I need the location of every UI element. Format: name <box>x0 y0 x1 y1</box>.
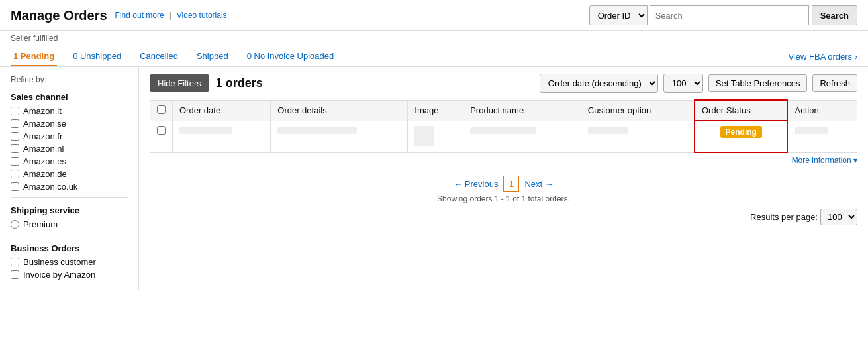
row-order-status-cell: Pending <box>695 121 788 152</box>
business-orders-title: Business Orders <box>11 243 128 253</box>
sidebar-item-amazon-co-uk[interactable]: Amazon.co.uk <box>11 182 128 192</box>
header-links: Find out more | Video tutorials <box>115 11 227 20</box>
amazon-es-checkbox[interactable] <box>11 157 19 166</box>
amazon-nl-checkbox[interactable] <box>11 144 19 153</box>
current-page-number[interactable]: 1 <box>503 176 519 192</box>
order-date-placeholder <box>179 127 232 134</box>
table-header-row: Order date Order details Image Product n… <box>150 100 857 121</box>
sidebar-item-amazon-it[interactable]: Amazon.it <box>11 106 128 116</box>
row-order-details-cell <box>271 121 408 152</box>
premium-label: Premium <box>23 219 58 229</box>
page-size-select[interactable]: 100 <box>663 74 703 93</box>
sidebar-divider-1 <box>11 197 128 198</box>
table-row: Pending <box>150 121 857 152</box>
col-header-order-status: Order Status <box>695 100 788 121</box>
row-checkbox[interactable] <box>157 126 166 135</box>
action-placeholder <box>795 127 828 134</box>
view-fba-orders-link[interactable]: View FBA orders › <box>788 52 857 62</box>
find-out-more-link[interactable]: Find out more <box>115 11 164 20</box>
tab-shipped[interactable]: Shipped <box>194 47 231 66</box>
shipping-service-title: Shipping service <box>11 205 128 215</box>
search-type-select[interactable]: Order ID <box>589 5 648 25</box>
product-name-placeholder <box>470 127 536 134</box>
video-tutorials-link[interactable]: Video tutorials <box>177 11 227 20</box>
sidebar-item-amazon-se[interactable]: Amazon.se <box>11 119 128 129</box>
tab-unshipped[interactable]: 0 Unshipped <box>70 47 124 66</box>
order-details-placeholder <box>277 127 357 134</box>
page-title: Manage Orders <box>11 8 107 23</box>
more-information-link[interactable]: More information ▾ <box>792 156 857 165</box>
pagination: ← Previous 1 Next → Showing orders 1 - 1… <box>150 176 857 203</box>
tab-pending[interactable]: 1 Pending <box>11 47 57 66</box>
sidebar-item-amazon-es[interactable]: Amazon.es <box>11 156 128 166</box>
row-order-date-cell <box>173 121 271 152</box>
amazon-de-label: Amazon.de <box>23 169 67 179</box>
col-header-action: Action <box>787 100 857 121</box>
results-per-page-label: Results per page: <box>750 212 818 222</box>
hide-filters-button[interactable]: Hide Filters <box>150 74 209 92</box>
row-action-cell <box>787 121 857 152</box>
amazon-fr-label: Amazon.fr <box>23 131 62 141</box>
more-info-container: More information ▾ <box>150 156 857 165</box>
seller-fulfilled-label: Seller fulfilled <box>11 34 58 43</box>
sales-channel-title: Sales channel <box>11 92 128 102</box>
col-header-order-date: Order date <box>173 100 271 121</box>
search-button[interactable]: Search <box>812 5 857 25</box>
pagination-info: Showing orders 1 - 1 of 1 total orders. <box>437 194 570 203</box>
sidebar-divider-2 <box>11 235 128 235</box>
sort-select[interactable]: Order date (descending) <box>540 74 658 93</box>
tab-cancelled[interactable]: Cancelled <box>137 47 181 66</box>
row-product-name-cell <box>463 121 581 152</box>
sidebar-item-amazon-nl[interactable]: Amazon.nl <box>11 144 128 154</box>
results-per-page: Results per page: 100 <box>150 209 857 225</box>
orders-table: Order date Order details Image Product n… <box>150 99 857 153</box>
sidebar-item-business-customer[interactable]: Business customer <box>11 257 128 267</box>
top-bar: Manage Orders Find out more | Video tuto… <box>0 0 868 31</box>
amazon-se-checkbox[interactable] <box>11 119 19 128</box>
amazon-fr-checkbox[interactable] <box>11 132 19 141</box>
amazon-se-label: Amazon.se <box>23 119 66 129</box>
customer-option-placeholder <box>588 127 628 134</box>
toolbar: Hide Filters 1 orders Order date (descen… <box>150 74 857 93</box>
sidebar-item-premium[interactable]: Premium <box>11 219 128 229</box>
search-area: Order ID Search <box>589 5 857 25</box>
col-header-customer-option: Customer option <box>581 100 695 121</box>
invoice-by-amazon-checkbox[interactable] <box>11 270 19 279</box>
tab-no-invoice[interactable]: 0 No Invoice Uploaded <box>244 47 337 66</box>
image-placeholder <box>414 126 434 146</box>
amazon-de-checkbox[interactable] <box>11 170 19 178</box>
search-input[interactable] <box>650 5 809 25</box>
sub-header: Seller fulfilled <box>0 31 868 43</box>
row-image-cell <box>408 121 463 152</box>
pagination-controls: ← Previous 1 Next → <box>454 176 554 192</box>
main-container: Refine by: Sales channel Amazon.it Amazo… <box>0 67 868 290</box>
col-header-checkbox[interactable] <box>150 100 173 121</box>
amazon-co-uk-label: Amazon.co.uk <box>23 182 77 192</box>
premium-radio[interactable] <box>11 220 19 229</box>
amazon-co-uk-checkbox[interactable] <box>11 182 19 191</box>
toolbar-right: Order date (descending) 100 Set Table Pr… <box>540 74 857 93</box>
row-checkbox-cell[interactable] <box>150 121 173 152</box>
next-page-button[interactable]: Next → <box>524 179 553 189</box>
sidebar-item-invoice-by-amazon[interactable]: Invoice by Amazon <box>11 270 128 280</box>
row-customer-option-cell <box>581 121 695 152</box>
sidebar-item-amazon-de[interactable]: Amazon.de <box>11 169 128 179</box>
results-per-page-select[interactable]: 100 <box>820 209 857 225</box>
pending-badge: Pending <box>720 126 762 138</box>
set-table-preferences-button[interactable]: Set Table Preferences <box>708 74 808 92</box>
business-customer-checkbox[interactable] <box>11 258 19 266</box>
col-header-product-name: Product name <box>463 100 581 121</box>
content-area: Hide Filters 1 orders Order date (descen… <box>139 67 868 290</box>
tabs-bar: 1 Pending 0 Unshipped Cancelled Shipped … <box>0 43 868 67</box>
refresh-button[interactable]: Refresh <box>812 74 857 92</box>
amazon-it-checkbox[interactable] <box>11 107 19 115</box>
col-header-order-details: Order details <box>271 100 408 121</box>
sidebar: Refine by: Sales channel Amazon.it Amazo… <box>0 67 139 290</box>
amazon-it-label: Amazon.it <box>23 106 62 116</box>
select-all-checkbox[interactable] <box>157 105 166 114</box>
prev-page-button[interactable]: ← Previous <box>454 179 498 189</box>
invoice-by-amazon-label: Invoice by Amazon <box>23 270 95 280</box>
business-customer-label: Business customer <box>23 257 96 267</box>
amazon-nl-label: Amazon.nl <box>23 144 64 154</box>
sidebar-item-amazon-fr[interactable]: Amazon.fr <box>11 131 128 141</box>
